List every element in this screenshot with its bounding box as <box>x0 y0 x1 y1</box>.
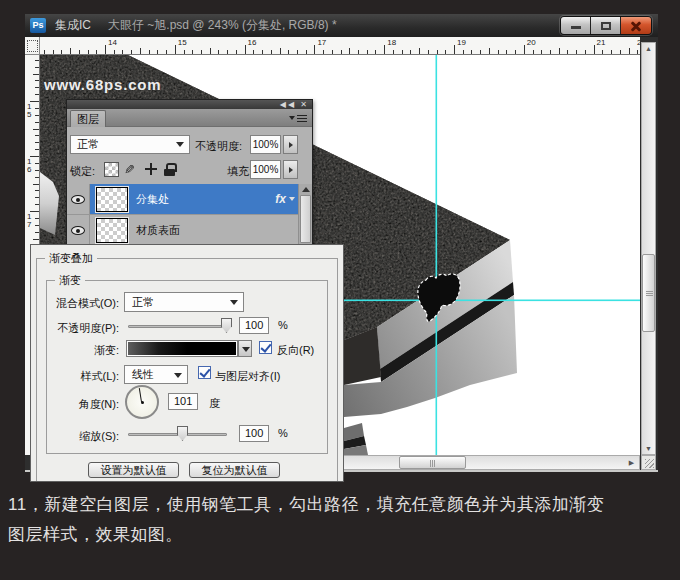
ruler-number: 18 <box>387 38 396 47</box>
layers-panel: ◀◀ ✕ 图层 正常 不透明度: 100% 锁定: 填充: 100% 分集处fx… <box>66 99 313 246</box>
layer-visibility-toggle[interactable] <box>67 215 90 245</box>
minimize-icon <box>571 26 581 29</box>
lock-transparency-icon[interactable] <box>104 162 119 177</box>
make-default-button[interactable]: 设置为默认值 <box>88 462 179 478</box>
layer-row[interactable]: 分集处fx <box>67 184 299 215</box>
scroll-down-icon[interactable]: ▼ <box>643 445 654 452</box>
layer-name[interactable]: 分集处 <box>136 192 169 207</box>
style-select[interactable]: 线性 <box>124 365 188 384</box>
fill-spinner-button[interactable] <box>283 160 298 179</box>
gradient-preview[interactable] <box>126 340 238 357</box>
document-title: 大眼仔 ~旭.psd @ 243% (分集处, RGB/8) * <box>108 17 337 34</box>
minimize-button[interactable] <box>561 17 591 34</box>
chevron-down-icon <box>176 142 184 147</box>
ruler-number: 19 <box>457 38 466 47</box>
lock-icons <box>104 160 175 178</box>
watermark: www.68ps.com <box>44 76 161 93</box>
chevron-down-icon <box>174 373 182 378</box>
panel-tabs: 图层 <box>67 109 312 127</box>
layer-visibility-toggle[interactable] <box>67 184 90 214</box>
opacity-spinner-button[interactable] <box>283 135 298 154</box>
maximize-icon <box>601 22 611 30</box>
horizontal-scroll-thumb[interactable] <box>399 456 466 469</box>
scroll-up-icon[interactable]: ▲ <box>643 45 654 52</box>
vertical-scrollbar[interactable]: ▲ ▼ <box>641 42 656 455</box>
angle-unit: 度 <box>209 396 220 411</box>
layer-thumbnail[interactable] <box>96 218 128 243</box>
window-titlebar[interactable]: Ps 集成IC 大眼仔 ~旭.psd @ 243% (分集处, RGB/8) * <box>25 14 658 37</box>
panel-titlebar[interactable]: ◀◀ ✕ <box>67 100 312 109</box>
chevron-down-icon <box>230 300 238 305</box>
lock-label: 锁定: <box>70 164 95 179</box>
caption-line: 图层样式，效果如图。 <box>8 520 672 550</box>
collapse-panel-icon[interactable]: ◀◀ <box>280 100 296 109</box>
ruler-number: 2 <box>637 38 640 47</box>
opacity-value[interactable]: 100% <box>250 135 281 154</box>
caption-line: 11，新建空白图层，使用钢笔工具，勾出路径，填充任意颜色并为其添加渐变 <box>8 490 672 520</box>
scroll-right-icon[interactable]: ▶ <box>626 459 637 467</box>
align-checkbox[interactable] <box>198 366 211 379</box>
ruler-number: 15 <box>27 103 31 119</box>
layers-tab[interactable]: 图层 <box>70 110 106 127</box>
lock-pixels-icon[interactable] <box>124 162 139 177</box>
layer-row[interactable]: 材质表面 <box>67 215 299 246</box>
reset-default-button[interactable]: 复位为默认值 <box>189 462 280 478</box>
style-label: 样式(L): <box>31 369 119 384</box>
screenshot-root: Ps 集成IC 大眼仔 ~旭.psd @ 243% (分集处, RGB/8) *… <box>0 0 680 580</box>
blend-mode-label: 混合模式(O): <box>31 296 119 311</box>
close-panel-icon[interactable]: ✕ <box>300 100 309 109</box>
fx-expand-icon[interactable] <box>289 197 295 201</box>
layer-list: 分集处fx材质表面 <box>67 184 299 246</box>
blend-mode-dropdown[interactable]: 正常 <box>70 135 190 154</box>
close-button[interactable] <box>621 17 651 34</box>
reverse-label: 反向(R) <box>277 343 314 358</box>
vertical-scroll-thumb[interactable] <box>642 254 655 332</box>
ruler-number: 20 <box>527 38 536 47</box>
opacity-slider-track[interactable] <box>128 325 227 328</box>
tutorial-caption: 11，新建空白图层，使用钢笔工具，勾出路径，填充任意颜色并为其添加渐变 图层样式… <box>8 490 672 550</box>
layer-thumbnail[interactable] <box>96 187 128 212</box>
resize-grip[interactable] <box>641 455 656 470</box>
ruler-number: 16 <box>27 158 31 174</box>
angle-dial[interactable] <box>125 385 159 419</box>
scale-input[interactable]: 100 <box>239 425 269 442</box>
layer-name[interactable]: 材质表面 <box>136 223 180 238</box>
horizontal-ruler: 14151617181920212 <box>40 37 640 55</box>
ruler-number: 14 <box>108 38 117 47</box>
fill-value[interactable]: 100% <box>250 160 281 179</box>
photoshop-logo-icon: Ps <box>30 18 46 33</box>
scroll-thumb[interactable] <box>300 195 311 243</box>
section-title: 渐变 <box>55 273 85 288</box>
ruler-number: 15 <box>178 38 187 47</box>
ruler-number: 17 <box>27 213 31 229</box>
angle-input[interactable]: 101 <box>168 393 198 410</box>
reverse-checkbox[interactable] <box>259 341 272 354</box>
blend-mode-select[interactable]: 正常 <box>124 292 244 312</box>
scale-label: 缩放(S): <box>31 429 119 444</box>
gradient-label: 渐变: <box>31 343 119 358</box>
lock-all-icon[interactable] <box>164 162 175 177</box>
eye-icon <box>71 226 85 235</box>
ruler-corner <box>25 37 40 55</box>
ruler-number: 17 <box>317 38 326 47</box>
angle-needle <box>139 388 142 402</box>
maximize-button[interactable] <box>591 17 621 34</box>
gradient-picker-button[interactable] <box>238 340 252 357</box>
fx-icon[interactable]: fx <box>275 192 286 206</box>
opacity-input[interactable]: 100 <box>239 317 269 334</box>
fill-label: 填充: <box>227 164 252 179</box>
layer-list-scrollbar[interactable] <box>298 184 312 246</box>
dialog-opacity-label: 不透明度(P): <box>31 321 119 336</box>
group-title: 渐变叠加 <box>45 251 97 266</box>
dial-center <box>141 401 144 404</box>
ruler-number: 21 <box>597 38 606 47</box>
close-icon <box>630 20 642 32</box>
app-title: 集成IC <box>55 17 91 34</box>
opacity-unit: % <box>278 319 288 331</box>
angle-label: 角度(N): <box>31 397 119 412</box>
ruler-number: 16 <box>248 38 257 47</box>
lock-position-icon[interactable] <box>144 162 159 177</box>
panel-menu-icon[interactable] <box>289 114 307 123</box>
scale-unit: % <box>278 427 288 439</box>
scroll-up-icon[interactable] <box>302 187 310 192</box>
